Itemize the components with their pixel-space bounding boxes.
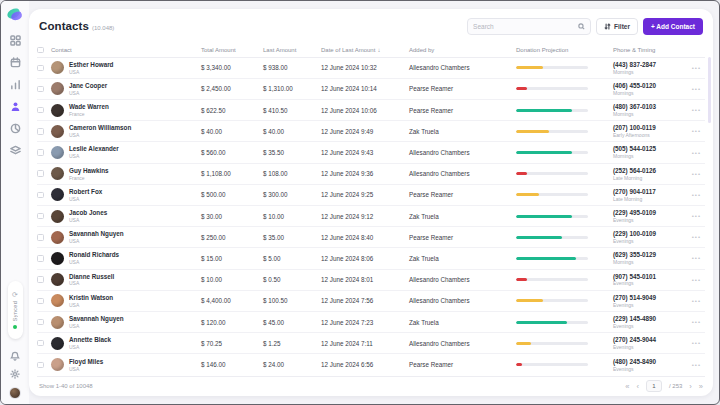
column-header-added-by[interactable]: Added by — [409, 47, 516, 53]
donation-projection-fill — [516, 172, 527, 175]
contact-name: Savannah Nguyen — [69, 230, 124, 238]
table-row[interactable]: Floyd Miles USA $ 146.00 $ 24.00 12 June… — [37, 354, 705, 375]
table-row[interactable]: Savannah Nguyen USA $ 250.00 $ 35.00 12 … — [37, 227, 705, 248]
contact-country: USA — [69, 323, 124, 329]
column-header-date[interactable]: Date of Last Amount ↓ — [321, 47, 409, 53]
avatar — [51, 337, 64, 350]
column-header-donation-projection[interactable]: Donation Projection — [516, 47, 613, 53]
contact-country: USA — [69, 344, 111, 350]
row-menu-button[interactable]: ••• — [685, 298, 705, 304]
row-checkbox[interactable] — [37, 149, 44, 156]
call-timing: Evenings — [613, 366, 685, 372]
row-menu-button[interactable]: ••• — [685, 213, 705, 219]
row-checkbox[interactable] — [37, 362, 44, 369]
phone-number: (907) 545-0101 — [613, 273, 685, 281]
app-logo-icon[interactable] — [7, 8, 23, 22]
settings-gear-icon[interactable] — [10, 369, 20, 379]
table-row[interactable]: Annette Black USA $ 70.25 $ 1.25 12 June… — [37, 333, 705, 354]
total-pages-label: / 253 — [669, 383, 682, 389]
row-checkbox[interactable] — [37, 234, 44, 241]
sidebar-item-campaigns[interactable] — [9, 144, 22, 157]
added-by: Zak Truela — [409, 319, 516, 326]
row-checkbox[interactable] — [37, 192, 44, 199]
column-header-phone-timing[interactable]: Phone & Timing — [613, 47, 685, 53]
prev-page-button[interactable]: ‹ — [636, 383, 639, 391]
table-row[interactable]: Leslie Alexander USA $ 560.00 $ 35.50 12… — [37, 142, 705, 163]
user-avatar[interactable] — [9, 387, 21, 399]
sidebar-item-analytics[interactable] — [9, 78, 22, 91]
table-row[interactable]: Jane Cooper USA $ 2,450.00 $ 1,310.00 12… — [37, 79, 705, 100]
sidebar-item-calendar[interactable] — [9, 56, 22, 69]
row-checkbox[interactable] — [37, 86, 44, 93]
search-input[interactable] — [473, 23, 578, 30]
row-menu-button[interactable]: ••• — [685, 234, 705, 240]
table-row[interactable]: Esther Howard USA $ 3,340.00 $ 938.00 12… — [37, 58, 705, 79]
row-checkbox[interactable] — [37, 298, 44, 305]
donation-projection-bar — [516, 87, 588, 90]
date-of-last-amount: 12 June 2024 9:49 — [321, 128, 409, 135]
sidebar-item-dashboard[interactable] — [9, 34, 22, 47]
table-row[interactable]: Guy Hawkins France $ 1,108.00 $ 108.00 1… — [37, 164, 705, 185]
avatar — [51, 358, 64, 371]
next-page-button[interactable]: › — [689, 383, 692, 391]
table-row[interactable]: Savannah Nguyen USA $ 120.00 $ 45.00 12 … — [37, 312, 705, 333]
scrollbar-thumb[interactable] — [708, 57, 711, 123]
select-all-checkbox[interactable] — [37, 47, 44, 54]
last-amount: $ 35.50 — [263, 149, 321, 156]
row-menu-button[interactable]: ••• — [685, 128, 705, 134]
notifications-bell-icon[interactable] — [10, 351, 20, 361]
first-page-button[interactable]: « — [625, 383, 629, 391]
row-checkbox[interactable] — [37, 340, 44, 347]
contact-name: Guy Hawkins — [69, 167, 109, 175]
contact-country: USA — [69, 302, 113, 308]
date-of-last-amount: 12 June 2024 9:12 — [321, 213, 409, 220]
sidebar-item-reports[interactable] — [9, 122, 22, 135]
row-menu-button[interactable]: ••• — [685, 171, 705, 177]
contact-name: Annette Black — [69, 336, 111, 344]
column-header-last-amount[interactable]: Last Amount — [263, 47, 321, 53]
filter-button[interactable]: Filter — [596, 18, 638, 35]
table-row[interactable]: Jacob Jones USA $ 30.00 $ 10.00 12 June … — [37, 206, 705, 227]
phone-number: (252) 564-0126 — [613, 167, 685, 175]
table-row[interactable]: Kristin Watson USA $ 4,400.00 $ 100.50 1… — [37, 291, 705, 312]
row-checkbox[interactable] — [37, 107, 44, 114]
row-menu-button[interactable]: ••• — [685, 65, 705, 71]
row-menu-button[interactable]: ••• — [685, 255, 705, 261]
contact-name: Jacob Jones — [69, 209, 107, 217]
row-menu-button[interactable]: ••• — [685, 192, 705, 198]
call-timing: Evenings — [613, 217, 685, 223]
row-menu-button[interactable]: ••• — [685, 319, 705, 325]
sidebar-item-contacts[interactable] — [9, 100, 22, 113]
row-menu-button[interactable]: ••• — [685, 362, 705, 368]
row-menu-button[interactable]: ••• — [685, 340, 705, 346]
current-page-input[interactable]: 1 — [646, 380, 662, 392]
row-menu-button[interactable]: ••• — [685, 86, 705, 92]
contact-country: USA — [69, 90, 107, 96]
row-menu-button[interactable]: ••• — [685, 107, 705, 113]
last-page-button[interactable]: » — [699, 383, 703, 391]
row-checkbox[interactable] — [37, 128, 44, 135]
row-checkbox[interactable] — [37, 319, 44, 326]
row-checkbox[interactable] — [37, 170, 44, 177]
call-timing: Evenings — [613, 302, 685, 308]
row-checkbox[interactable] — [37, 276, 44, 283]
column-header-contact[interactable]: Contact — [51, 47, 201, 53]
table-row[interactable]: Dianne Russell USA $ 10.00 $ 0.50 12 Jun… — [37, 270, 705, 291]
sync-status-label: Synced — [12, 301, 18, 321]
calendar-icon — [10, 57, 21, 68]
row-checkbox[interactable] — [37, 213, 44, 220]
table-row[interactable]: Ronald Richards USA $ 15.00 $ 5.00 12 Ju… — [37, 248, 705, 269]
column-header-total-amount[interactable]: Total Amount — [201, 47, 263, 53]
row-checkbox[interactable] — [37, 65, 44, 72]
table-row[interactable]: Cameron Williamson USA $ 40.00 $ 40.00 1… — [37, 121, 705, 142]
add-contact-button[interactable]: + Add Contact — [643, 18, 703, 35]
row-menu-button[interactable]: ••• — [685, 277, 705, 283]
donation-projection-fill — [516, 342, 531, 345]
phone-number: (270) 245-9044 — [613, 336, 685, 344]
sync-status-pill[interactable]: ⟳ Synced — [8, 281, 23, 339]
table-row[interactable]: Robert Fox USA $ 500.00 $ 300.00 12 June… — [37, 185, 705, 206]
row-menu-button[interactable]: ••• — [685, 150, 705, 156]
row-checkbox[interactable] — [37, 255, 44, 262]
date-of-last-amount: 12 June 2024 7:23 — [321, 319, 409, 326]
table-row[interactable]: Wade Warren France $ 622.50 $ 410.50 12 … — [37, 100, 705, 121]
